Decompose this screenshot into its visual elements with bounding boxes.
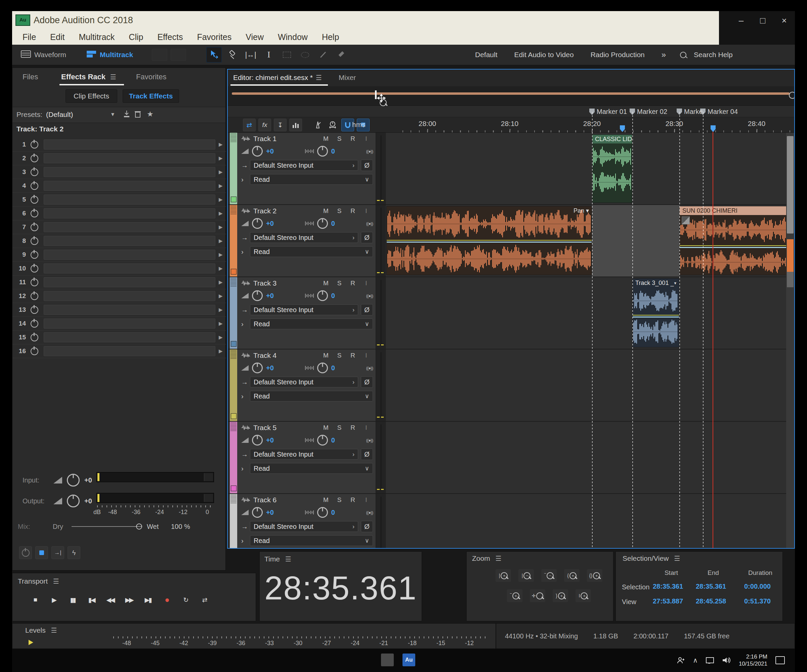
time-selection-tool-button[interactable]: I [261, 47, 276, 62]
mute-button[interactable]: M [319, 496, 333, 504]
slot-power-icon[interactable] [31, 141, 38, 149]
close-button[interactable]: × [774, 11, 795, 30]
maximize-button[interactable]: □ [752, 11, 774, 30]
mute-button[interactable]: M [319, 280, 333, 287]
multitrack-view-button[interactable]: Multitrack [100, 51, 133, 59]
record-arm-button[interactable]: R [346, 280, 359, 287]
track-pan-value[interactable]: 0 [331, 148, 335, 155]
zoom-to-selection-button[interactable]: I+ [576, 589, 591, 602]
slot-arrow-icon[interactable]: ▶ [219, 197, 226, 202]
track-lane[interactable] [386, 133, 787, 204]
lasso-selection-tool-icon[interactable] [298, 47, 312, 62]
zoom-out-time-button[interactable]: |− [518, 569, 534, 582]
slot-insert-field[interactable] [44, 208, 215, 218]
track-color-strip[interactable] [230, 277, 237, 349]
monitor-icon[interactable]: ((●)) [366, 293, 373, 299]
menu-item-help[interactable]: Help [315, 32, 346, 42]
phase-button[interactable]: Ø [361, 232, 373, 243]
track-name[interactable]: Track 5 [253, 424, 319, 432]
record-arm-button[interactable]: R [346, 496, 359, 504]
track-drag-handle-icon[interactable] [231, 206, 236, 214]
track-color-strip[interactable] [230, 421, 237, 493]
track-volume-value[interactable]: +0 [266, 436, 274, 444]
zoom-out-full-button[interactable]: ‾− [541, 569, 557, 582]
slot-insert-field[interactable] [44, 277, 215, 287]
view-duration[interactable]: 0:51.370 [744, 597, 771, 605]
input-monitor-button[interactable]: I [359, 352, 373, 359]
tab-effects-rack[interactable]: Effects Rack [61, 73, 106, 81]
zoom-in-time-button[interactable]: |+ [496, 569, 511, 582]
track-lane[interactable] [386, 494, 787, 549]
marker-label[interactable]: Marker 01 [597, 108, 627, 116]
slot-arrow-icon[interactable]: ▶ [219, 252, 226, 258]
track-lane[interactable] [386, 349, 787, 421]
zoom-in-at-in-point-button[interactable]: {+ [564, 569, 580, 582]
slot-arrow-icon[interactable]: ▶ [219, 334, 226, 340]
search-help-field[interactable]: Search Help [691, 51, 736, 59]
workspace-overflow-chevron[interactable]: » [659, 50, 669, 60]
solo-button[interactable]: S [333, 352, 346, 359]
slot-arrow-icon[interactable]: ▶ [219, 348, 226, 354]
transport-menu-icon[interactable]: ☰ [53, 577, 60, 585]
menu-item-view[interactable]: View [239, 32, 271, 42]
marker-flag-icon[interactable] [629, 108, 635, 115]
multitrack-view-icon[interactable] [86, 50, 96, 60]
track-volume-value[interactable]: +0 [266, 220, 274, 227]
phase-button[interactable]: Ø [361, 304, 373, 315]
track-drag-handle-icon[interactable] [231, 422, 236, 431]
record-arm-button[interactable]: R [346, 352, 359, 359]
workspace-default[interactable]: Default [472, 51, 500, 59]
slot-insert-field[interactable] [44, 194, 215, 205]
clip-effects-button[interactable]: Clip Effects [65, 90, 117, 103]
track-volume-knob[interactable] [252, 363, 263, 373]
track-color-square[interactable] [231, 197, 236, 202]
mute-button[interactable]: M [319, 424, 333, 431]
track-input-dropdown[interactable]: Default Stereo Input› [250, 232, 358, 243]
rack-prerender-toggle[interactable] [35, 546, 48, 559]
slot-insert-field[interactable] [44, 139, 215, 149]
skip-to-start-button[interactable]: ▮◀ [84, 593, 99, 607]
expand-arrow-icon[interactable]: › [241, 537, 250, 545]
track-fader[interactable] [375, 277, 385, 349]
track-fader[interactable] [375, 133, 385, 204]
slot-insert-field[interactable] [44, 264, 215, 274]
rack-process-icon[interactable]: ϟ [68, 546, 80, 559]
track-pan-knob[interactable] [317, 363, 328, 373]
track-color-square[interactable] [231, 486, 236, 491]
slot-arrow-icon[interactable]: ▶ [219, 210, 226, 216]
skip-selection-button[interactable]: ⇄ [196, 593, 212, 607]
slot-arrow-icon[interactable]: ▶ [219, 141, 226, 148]
track-lane[interactable] [386, 277, 787, 349]
slot-arrow-icon[interactable]: ▶ [219, 307, 226, 313]
spot-healing-tool-icon[interactable] [334, 47, 349, 62]
zoom-to-full-button[interactable]: ‾+ [507, 589, 522, 602]
track-volume-value[interactable]: +0 [266, 509, 274, 516]
rack-insert-icon[interactable]: →| [51, 546, 64, 559]
favorite-star-icon[interactable]: ★ [147, 110, 154, 119]
tab-favorites[interactable]: Favorites [136, 73, 166, 81]
slot-power-icon[interactable] [31, 251, 38, 259]
track-fader[interactable] [375, 205, 385, 277]
slot-insert-field[interactable] [44, 153, 215, 163]
track-name[interactable]: Track 4 [253, 352, 319, 360]
track-color-square[interactable] [231, 341, 236, 347]
zoom-panel-menu-icon[interactable]: ☰ [496, 554, 502, 562]
track-color-strip[interactable] [230, 205, 237, 277]
input-monitor-button[interactable]: I [359, 135, 373, 143]
marker-label[interactable]: Marker 02 [637, 108, 667, 116]
marker-flag-icon[interactable] [589, 108, 594, 115]
navigator-overview-bar[interactable] [232, 92, 790, 95]
monitor-icon[interactable]: ((●)) [366, 365, 373, 371]
waveform-view-icon[interactable] [21, 50, 31, 60]
preset-dropdown-caret-icon[interactable]: ▾ [111, 111, 114, 118]
expand-arrow-icon[interactable]: › [241, 392, 250, 400]
menu-item-favorites[interactable]: Favorites [190, 32, 239, 42]
timeline-navigator[interactable] [228, 86, 794, 106]
slot-arrow-icon[interactable]: ▶ [219, 155, 226, 161]
fast-forward-button[interactable]: ▶▶ [121, 593, 137, 607]
menu-item-file[interactable]: File [15, 32, 43, 42]
output-gain-knob[interactable] [67, 494, 80, 507]
track-pan-knob[interactable] [317, 290, 328, 301]
slot-insert-field[interactable] [44, 319, 215, 329]
input-gain-knob[interactable] [67, 474, 80, 486]
